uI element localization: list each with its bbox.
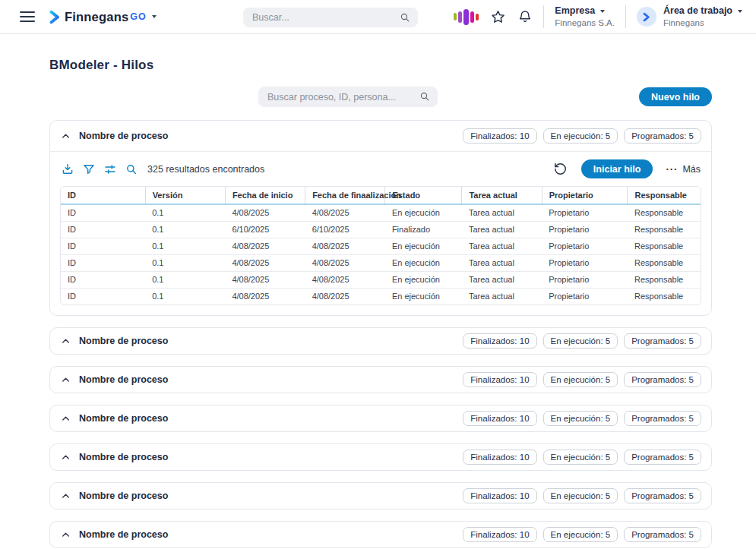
chevron-up-icon bbox=[60, 374, 71, 386]
new-thread-button[interactable]: Nuevo hilo bbox=[639, 87, 712, 106]
cell-status: En ejecución bbox=[385, 238, 462, 254]
cell-status: En ejecución bbox=[385, 254, 462, 271]
cell-version: 0.1 bbox=[145, 204, 225, 221]
column-header: Estado bbox=[385, 187, 462, 204]
results-search-icon[interactable] bbox=[125, 162, 138, 176]
process-panel-header[interactable]: Nombre de proceso Finalizados: 10 En eje… bbox=[50, 444, 711, 470]
chevron-up-icon bbox=[60, 452, 71, 463]
filter-icon[interactable] bbox=[82, 162, 96, 176]
divider bbox=[543, 5, 544, 28]
tune-sliders-icon[interactable] bbox=[103, 162, 117, 176]
cell-owner: Propietario bbox=[542, 288, 628, 304]
cell-end-date: 4/08/2025 bbox=[305, 204, 385, 221]
global-search-input[interactable] bbox=[243, 8, 418, 27]
cell-version: 0.1 bbox=[145, 271, 225, 288]
cell-start-date: 4/08/2025 bbox=[225, 238, 305, 254]
process-panel-header[interactable]: Nombre de proceso Finalizados: 10 En eje… bbox=[50, 405, 711, 431]
status-badge-scheduled: Programados: 5 bbox=[624, 411, 701, 426]
status-badge-scheduled: Programados: 5 bbox=[624, 333, 701, 349]
status-badge-running: En ejecución: 5 bbox=[543, 450, 618, 465]
process-panel-collapsed: Nombre de proceso Finalizados: 10 En eje… bbox=[49, 327, 712, 355]
cell-responsible: Responsable bbox=[628, 238, 701, 254]
process-panel-collapsed: Nombre de proceso Finalizados: 10 En eje… bbox=[49, 405, 712, 432]
status-badge-scheduled: Programados: 5 bbox=[624, 527, 701, 542]
column-header: Tarea actual bbox=[462, 187, 542, 204]
cell-status: En ejecución bbox=[385, 271, 462, 288]
chevron-up-icon bbox=[60, 131, 71, 142]
process-panel-expanded: Nombre de proceso Finalizados: 10 En eje… bbox=[49, 120, 712, 316]
table-row[interactable]: ID 0.1 4/08/2025 4/08/2025 En ejecución … bbox=[61, 288, 701, 304]
cell-end-date: 6/10/2025 bbox=[305, 221, 385, 238]
cell-id: ID bbox=[61, 238, 145, 254]
menu-icon[interactable] bbox=[20, 11, 35, 22]
cell-end-date: 4/08/2025 bbox=[305, 288, 385, 304]
search-icon bbox=[399, 11, 411, 27]
cell-current-task: Tarea actual bbox=[462, 288, 542, 304]
cell-status: En ejecución bbox=[385, 288, 462, 304]
cell-version: 0.1 bbox=[145, 288, 225, 304]
status-badge-running: En ejecución: 5 bbox=[543, 527, 618, 542]
cell-current-task: Tarea actual bbox=[462, 254, 542, 271]
process-panel-header[interactable]: Nombre de proceso Finalizados: 10 En eje… bbox=[50, 121, 711, 152]
table-row[interactable]: ID 0.1 4/08/2025 4/08/2025 En ejecución … bbox=[61, 204, 701, 221]
cell-start-date: 4/08/2025 bbox=[225, 204, 305, 221]
chevron-up-icon bbox=[60, 336, 71, 347]
status-badge-scheduled: Programados: 5 bbox=[624, 488, 701, 503]
status-badge-finished: Finalizados: 10 bbox=[463, 333, 536, 349]
process-search-input[interactable] bbox=[258, 87, 438, 107]
table-toolbar: 325 resultados encontrados Iniciar hilo … bbox=[50, 152, 711, 186]
company-switcher[interactable]: Empresa Finnegans S.A. bbox=[555, 5, 615, 28]
process-panel-title: Nombre de proceso bbox=[79, 336, 168, 346]
process-panel-collapsed: Nombre de proceso Finalizados: 10 En eje… bbox=[49, 443, 712, 471]
start-thread-button[interactable]: Iniciar hilo bbox=[581, 159, 653, 178]
workspace-icon bbox=[637, 7, 656, 27]
table-row[interactable]: ID 0.1 4/08/2025 4/08/2025 En ejecución … bbox=[61, 254, 701, 271]
app-logo[interactable]: Finnegans GO bbox=[47, 10, 157, 24]
column-header: ID bbox=[61, 187, 145, 204]
company-value: Finnegans S.A. bbox=[555, 17, 615, 28]
cell-responsible: Responsable bbox=[628, 204, 701, 221]
chevron-down-icon bbox=[152, 15, 157, 18]
process-panel-header[interactable]: Nombre de proceso Finalizados: 10 En eje… bbox=[50, 328, 711, 354]
cell-end-date: 4/08/2025 bbox=[305, 254, 385, 271]
status-badge-scheduled: Programados: 5 bbox=[624, 372, 701, 387]
status-badge-finished: Finalizados: 10 bbox=[463, 527, 536, 542]
notifications-bell-icon[interactable] bbox=[517, 9, 533, 24]
favorites-star-icon[interactable] bbox=[490, 9, 506, 25]
cell-owner: Propietario bbox=[542, 238, 628, 254]
table-row[interactable]: ID 0.1 4/08/2025 4/08/2025 En ejecución … bbox=[61, 238, 701, 254]
cell-owner: Propietario bbox=[542, 221, 628, 238]
cell-responsible: Responsable bbox=[628, 221, 701, 238]
download-icon[interactable] bbox=[61, 162, 74, 176]
workspace-switcher[interactable]: Área de trabajo Finnegans bbox=[637, 5, 742, 28]
table-header-row: ID Versión Fecha de inicio Fecha de fina… bbox=[61, 187, 701, 204]
process-panel-header[interactable]: Nombre de proceso Finalizados: 10 En eje… bbox=[50, 522, 711, 547]
status-badge-running: En ejecución: 5 bbox=[543, 488, 618, 503]
cell-status: En ejecución bbox=[385, 204, 462, 221]
column-header: Responsable bbox=[628, 187, 701, 204]
status-badge-scheduled: Programados: 5 bbox=[624, 450, 701, 465]
table-row[interactable]: ID 0.1 4/08/2025 4/08/2025 En ejecución … bbox=[61, 271, 701, 288]
logo-brand-text: Finnegans bbox=[65, 10, 128, 24]
process-table: ID Versión Fecha de inicio Fecha de fina… bbox=[61, 187, 701, 304]
table-row[interactable]: ID 0.1 6/10/2025 6/10/2025 Finalizado Ta… bbox=[61, 221, 701, 238]
cell-current-task: Tarea actual bbox=[462, 271, 542, 288]
column-header: Fecha de finaalización bbox=[305, 187, 385, 204]
status-badge-finished: Finalizados: 10 bbox=[463, 128, 536, 144]
status-badge-finished: Finalizados: 10 bbox=[463, 450, 536, 465]
refresh-icon[interactable] bbox=[553, 162, 568, 176]
cell-owner: Propietario bbox=[542, 254, 628, 271]
more-menu-button[interactable]: ··· Más bbox=[666, 163, 701, 175]
more-label: Más bbox=[682, 164, 701, 175]
process-panel-header[interactable]: Nombre de proceso Finalizados: 10 En eje… bbox=[50, 367, 711, 393]
workspace-label: Área de trabajo bbox=[663, 5, 732, 17]
process-panel-header[interactable]: Nombre de proceso Finalizados: 10 En eje… bbox=[50, 483, 711, 509]
column-header: Propietario bbox=[542, 187, 628, 204]
cell-start-date: 6/10/2025 bbox=[225, 221, 305, 238]
cell-responsible: Responsable bbox=[628, 271, 701, 288]
cell-version: 0.1 bbox=[145, 254, 225, 271]
process-panel-collapsed: Nombre de proceso Finalizados: 10 En eje… bbox=[49, 521, 712, 548]
chevron-up-icon bbox=[60, 413, 71, 424]
cell-current-task: Tarea actual bbox=[462, 238, 542, 254]
assistant-icon[interactable] bbox=[454, 8, 479, 26]
